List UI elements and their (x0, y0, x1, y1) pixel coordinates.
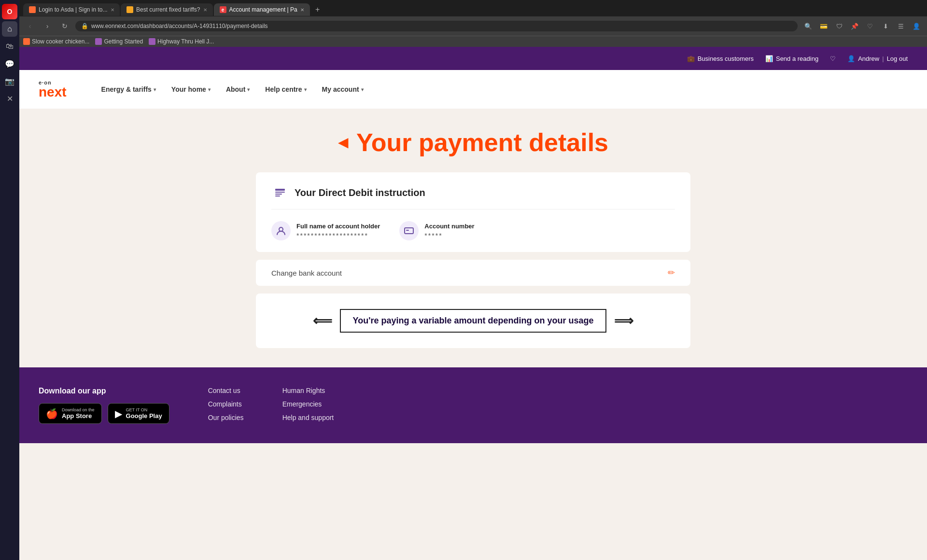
nav-my-account-chevron: ▾ (361, 87, 364, 92)
download-action-btn[interactable]: ⬇ (879, 19, 892, 33)
emergencies-link[interactable]: Emergencies (282, 400, 334, 408)
bookmark-label-2: Getting Started (104, 38, 143, 45)
tab-favicon-asda (29, 6, 36, 13)
our-policies-link[interactable]: Our policies (208, 414, 244, 421)
tab-favicon-tariffs (126, 6, 133, 13)
edit-icon[interactable]: ✏ (668, 267, 675, 278)
send-reading-link[interactable]: 📊 Send a reading (765, 55, 818, 62)
google-play-badge[interactable]: ▶ GET IT ON Google Play (108, 403, 169, 424)
pin-action-btn[interactable]: 📌 (848, 19, 861, 33)
nav-back-button[interactable]: ‹ (23, 19, 37, 33)
help-support-link[interactable]: Help and support (282, 414, 334, 421)
menu-action-btn[interactable]: ☰ (894, 19, 908, 33)
nav-about[interactable]: About ▾ (220, 82, 255, 97)
google-play-small-text: GET IT ON (126, 407, 162, 412)
nav-your-home-label: Your home (171, 85, 206, 93)
bookmark-favicon-3 (149, 38, 155, 45)
tab-label-tariffs: Best current fixed tariffs? (136, 6, 200, 13)
tab-close-asda[interactable]: ✕ (111, 7, 114, 13)
account-number-details: Account number ***** (424, 223, 474, 239)
account-holder-details: Full name of account holder ************… (296, 223, 380, 239)
favorites-link[interactable]: ♡ (830, 55, 836, 62)
tab-label-asda: Login to Asda | Sign in to... (39, 6, 108, 13)
complaints-link[interactable]: Complaints (208, 400, 244, 408)
nav-energy-chevron: ▾ (154, 87, 156, 92)
nav-your-home-chevron: ▾ (208, 87, 211, 92)
contact-us-link[interactable]: Contact us (208, 387, 244, 394)
bookmark-highway[interactable]: Highway Thru Hell J... (149, 38, 214, 45)
logo[interactable]: e·on next (39, 80, 67, 99)
new-tab-button[interactable]: + (311, 3, 324, 16)
direct-debit-header: Your Direct Debit instruction (271, 184, 675, 210)
app-badges: 🍎 Download on the App Store ▶ GET IT ON … (39, 403, 169, 424)
url-text: www.eonnext.com/dashboard/accounts/A-149… (91, 23, 268, 29)
browser-tab-account[interactable]: e Account management | Pa ✕ (214, 3, 310, 16)
svg-rect-2 (275, 194, 282, 195)
account-holder-value: ******************** (296, 232, 380, 239)
main-nav: e·on next Energy & tariffs ▾ Your home ▾… (19, 70, 927, 109)
nav-help-centre-chevron: ▾ (304, 87, 307, 92)
tab-close-tariffs[interactable]: ✕ (203, 7, 207, 13)
back-button[interactable]: ◀ (338, 136, 349, 149)
business-customers-label: Business customers (698, 55, 754, 62)
browser-tab-tariffs[interactable]: Best current fixed tariffs? ✕ (121, 3, 213, 16)
google-play-text: GET IT ON Google Play (126, 407, 162, 420)
home-sidebar-icon[interactable]: ⌂ (2, 21, 17, 37)
footer: Download our app 🍎 Download on the App S… (19, 367, 927, 443)
logout-label[interactable]: Log out (887, 55, 908, 62)
nav-help-centre[interactable]: Help centre ▾ (259, 82, 312, 97)
nav-menu: Energy & tariffs ▾ Your home ▾ About ▾ H… (96, 82, 369, 97)
heart-action-btn[interactable]: ♡ (863, 19, 877, 33)
address-bar[interactable]: 🔒 www.eonnext.com/dashboard/accounts/A-1… (75, 21, 798, 31)
variable-text-box: You're paying a variable amount dependin… (340, 309, 606, 333)
account-holder-icon (271, 221, 291, 240)
arrow-right-icon: ⟸ (614, 313, 633, 329)
messenger-sidebar-icon[interactable]: 💬 (2, 56, 17, 71)
bookmark-slow-cooker[interactable]: Slow cooker chicken... (23, 38, 89, 45)
footer-links-grid: Contact us Complaints Our policies Human… (208, 387, 334, 424)
account-number-value: ***** (424, 232, 474, 239)
nav-energy-tariffs[interactable]: Energy & tariffs ▾ (96, 82, 162, 97)
browser-tabs: Login to Asda | Sign in to... ✕ Best cur… (19, 0, 927, 16)
direct-debit-icon (271, 184, 289, 201)
business-customers-link[interactable]: 💼 Business customers (687, 55, 754, 62)
footer-link-col-1: Contact us Complaints Our policies (208, 387, 244, 424)
send-reading-label: Send a reading (776, 55, 818, 62)
profile-action-btn[interactable]: 👤 (910, 19, 923, 33)
nav-help-centre-label: Help centre (265, 85, 302, 93)
nav-forward-button[interactable]: › (41, 19, 54, 33)
account-holder-item: Full name of account holder ************… (271, 221, 380, 240)
svg-rect-5 (405, 228, 413, 234)
arrow-left-icon: ⟹ (313, 313, 332, 329)
opera-logo-icon[interactable]: O (2, 4, 17, 19)
main-wrapper: Login to Asda | Sign in to... ✕ Best cur… (19, 0, 927, 443)
search-action-btn[interactable]: 🔍 (801, 19, 815, 33)
twitter-sidebar-icon[interactable]: ✕ (2, 91, 17, 106)
browser-tab-asda[interactable]: Login to Asda | Sign in to... ✕ (23, 3, 120, 16)
bookmark-getting-started[interactable]: Getting Started (95, 38, 143, 45)
app-store-badge[interactable]: 🍎 Download on the App Store (39, 403, 102, 424)
instagram-sidebar-icon[interactable]: 📷 (2, 73, 17, 89)
nav-about-chevron: ▾ (247, 87, 250, 92)
wallet-action-btn[interactable]: 💳 (817, 19, 830, 33)
nav-your-home[interactable]: Your home ▾ (166, 82, 216, 97)
human-rights-link[interactable]: Human Rights (282, 387, 334, 394)
nav-my-account-label: My account (322, 85, 359, 93)
tab-close-account[interactable]: ✕ (300, 7, 304, 13)
user-account-link[interactable]: 👤 Andrew | Log out (847, 55, 908, 62)
shopping-sidebar-icon[interactable]: 🛍 (2, 39, 17, 54)
shield-action-btn[interactable]: 🛡 (832, 19, 846, 33)
change-bank-label: Change bank account (271, 269, 342, 277)
content-area: ◀ Your payment details Your Direct Debit… (19, 109, 927, 367)
nav-reload-button[interactable]: ↻ (58, 19, 71, 33)
bookmark-favicon-1 (23, 38, 30, 45)
app-store-large-text: App Store (62, 412, 95, 420)
browser-chrome: Login to Asda | Sign in to... ✕ Best cur… (19, 0, 927, 47)
business-icon: 💼 (687, 55, 695, 62)
tab-label-account: Account management | Pa (229, 6, 297, 13)
variable-amount-text: You're paying a variable amount dependin… (352, 316, 593, 326)
nav-my-account[interactable]: My account ▾ (316, 82, 369, 97)
account-number-label: Account number (424, 223, 474, 230)
change-bank-card[interactable]: Change bank account ✏ (256, 260, 690, 286)
apple-icon: 🍎 (46, 408, 58, 420)
